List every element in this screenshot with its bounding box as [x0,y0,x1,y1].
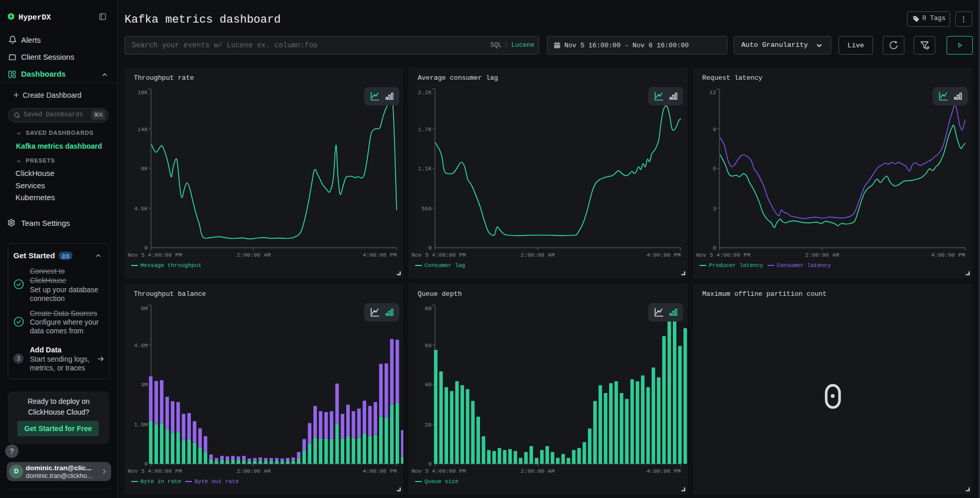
svg-text:0: 0 [712,245,716,251]
svg-text:0: 0 [144,461,148,467]
svg-text:80: 80 [425,306,432,312]
svg-text:6M: 6M [141,306,148,312]
svg-text:9K: 9K [141,166,148,172]
svg-text:3: 3 [712,206,716,212]
svg-text:Nov 5 4:00:00 PM: Nov 5 4:00:00 PM [696,252,751,258]
svg-text:20: 20 [425,422,432,428]
svg-text:Nov 5 4:00:00 PM: Nov 5 4:00:00 PM [412,252,466,258]
svg-text:3M: 3M [141,382,148,388]
svg-text:0: 0 [428,245,432,251]
svg-text:9: 9 [712,127,716,133]
svg-text:2:00:00 AM: 2:00:00 AM [237,252,271,258]
svg-text:6: 6 [712,166,716,172]
svg-text:0: 0 [428,461,432,467]
svg-text:14K: 14K [137,127,148,133]
svg-text:Nov 5 4:00:00 PM: Nov 5 4:00:00 PM [412,468,466,474]
svg-text:12: 12 [709,90,716,96]
svg-text:4:00:00 PM: 4:00:00 PM [647,468,681,474]
svg-text:Nov 5 4:00:00 PM: Nov 5 4:00:00 PM [128,468,182,474]
svg-text:40: 40 [425,382,432,388]
svg-text:2:00:00 AM: 2:00:00 AM [805,252,839,258]
svg-text:550: 550 [421,206,432,212]
svg-text:4:00:00 PM: 4:00:00 PM [931,252,965,258]
svg-text:4:00:00 PM: 4:00:00 PM [363,252,397,258]
svg-text:Nov 5 4:00:00 PM: Nov 5 4:00:00 PM [128,252,182,258]
svg-text:1.7K: 1.7K [418,127,432,133]
svg-text:4.5M: 4.5M [134,343,148,349]
svg-text:4:00:00 PM: 4:00:00 PM [647,252,681,258]
svg-text:60: 60 [425,343,432,349]
svg-text:4.5K: 4.5K [134,206,148,212]
svg-text:2:00:00 AM: 2:00:00 AM [237,468,271,474]
svg-text:18K: 18K [137,90,148,96]
svg-text:1.5M: 1.5M [134,422,148,428]
svg-text:2.2K: 2.2K [418,90,432,96]
svg-text:1.1K: 1.1K [418,166,432,172]
svg-text:0: 0 [144,245,148,251]
svg-text:2:00:00 AM: 2:00:00 AM [521,252,555,258]
svg-text:4:00:00 PM: 4:00:00 PM [363,468,397,474]
svg-text:2:00:00 AM: 2:00:00 AM [521,468,555,474]
